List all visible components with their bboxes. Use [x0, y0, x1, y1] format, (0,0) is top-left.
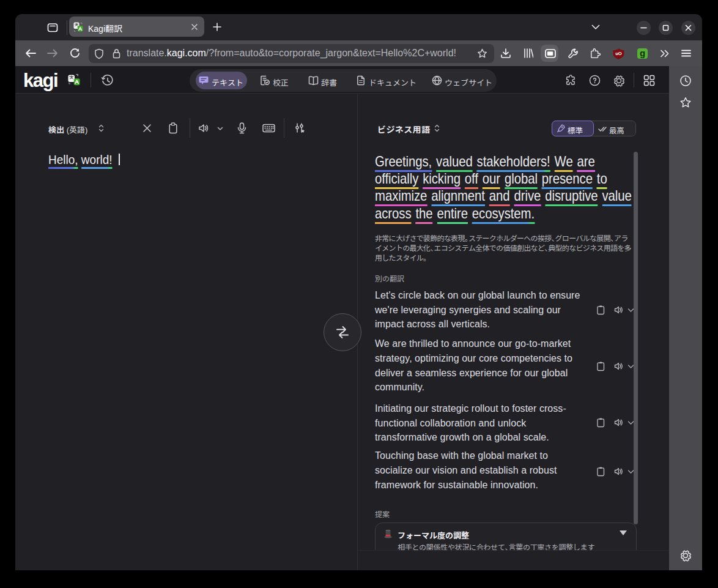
svg-text:uO: uO — [615, 50, 622, 56]
